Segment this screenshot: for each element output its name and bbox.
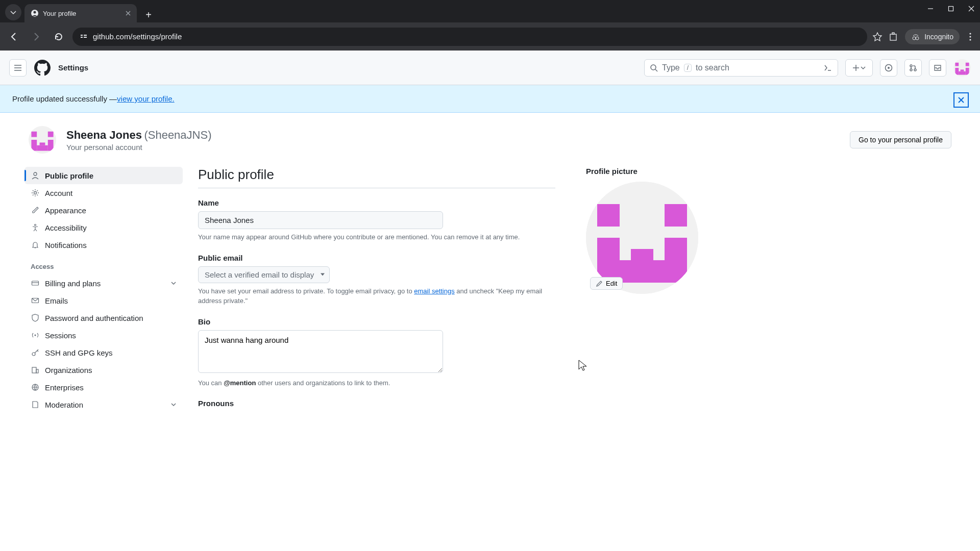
sidebar-item-emails[interactable]: Emails	[24, 292, 183, 309]
sidebar-item-public-profile[interactable]: Public profile	[24, 167, 183, 184]
tab-close-icon[interactable]	[126, 11, 131, 16]
sidebar-item-notifications[interactable]: Notifications	[24, 236, 183, 254]
browser-tab[interactable]: Your profile	[24, 4, 137, 22]
chevron-down-icon	[170, 280, 177, 286]
svg-point-36	[35, 224, 36, 226]
site-info-icon[interactable]	[80, 33, 88, 41]
svg-point-10	[916, 37, 919, 40]
github-logo-icon[interactable]	[34, 59, 51, 77]
page-context-title: Settings	[58, 63, 88, 72]
sidebar-label: Password and authentication	[45, 314, 143, 322]
shield-lock-icon	[31, 313, 40, 322]
sidebar-label: Organizations	[45, 366, 92, 374]
sidebar-item-enterprises[interactable]: Enterprises	[24, 379, 183, 396]
flash-banner: Profile updated successfully — view your…	[0, 85, 980, 113]
sidebar-item-ssh-keys[interactable]: SSH and GPG keys	[24, 344, 183, 361]
window-minimize-icon[interactable]	[926, 4, 935, 13]
svg-rect-33	[40, 142, 45, 145]
app-header: Settings Type / to search	[0, 51, 980, 85]
bio-label: Bio	[198, 317, 555, 326]
sidebar-item-appearance[interactable]: Appearance	[24, 202, 183, 219]
email-select[interactable]: Select a verified email to display	[198, 266, 330, 283]
header-avatar[interactable]	[953, 59, 971, 77]
bio-textarea[interactable]	[198, 330, 443, 373]
nav-reload-button[interactable]	[50, 28, 67, 45]
svg-rect-3	[81, 35, 83, 36]
svg-point-11	[969, 33, 971, 34]
report-icon	[31, 400, 40, 409]
email-help: You have set your email address to priva…	[198, 286, 555, 306]
svg-point-1	[34, 11, 36, 14]
svg-rect-50	[631, 249, 653, 260]
window-close-icon[interactable]	[967, 4, 976, 13]
nav-forward-button[interactable]	[28, 28, 45, 45]
hamburger-button[interactable]	[9, 59, 27, 77]
svg-point-9	[913, 37, 916, 40]
nav-back-button[interactable]	[5, 28, 22, 45]
flash-close-button[interactable]	[953, 92, 969, 108]
window-maximize-icon[interactable]	[946, 4, 955, 13]
profile-picture-section: Profile picture	[586, 167, 739, 551]
issues-button[interactable]	[880, 59, 897, 77]
global-search[interactable]: Type / to search	[644, 59, 838, 77]
identicon-icon	[953, 59, 971, 77]
tab-search-button[interactable]	[5, 4, 21, 20]
sidebar-item-moderation[interactable]: Moderation	[24, 396, 183, 413]
sidebar-item-organizations[interactable]: Organizations	[24, 361, 183, 379]
svg-rect-41	[32, 367, 36, 373]
pencil-icon	[596, 280, 603, 287]
chevron-down-icon	[170, 402, 177, 408]
url-field[interactable]: github.com/settings/profile	[72, 28, 867, 46]
create-new-button[interactable]	[845, 59, 873, 77]
sidebar-label: Enterprises	[45, 383, 84, 392]
edit-picture-button[interactable]: Edit	[590, 277, 623, 290]
account-display-name: Sheena Jones	[66, 129, 142, 141]
account-header: Sheena Jones (SheenaJNS) Your personal a…	[0, 113, 980, 158]
globe-icon	[31, 383, 40, 392]
sidebar-item-sessions[interactable]: Sessions	[24, 327, 183, 344]
field-bio: Bio You can @mention other users and org…	[198, 317, 555, 388]
flash-link[interactable]: view your profile.	[117, 94, 175, 103]
identicon-icon	[29, 126, 56, 154]
tab-favicon-icon	[31, 9, 39, 17]
url-text: github.com/settings/profile	[93, 32, 182, 41]
svg-point-18	[910, 69, 912, 71]
pull-requests-button[interactable]	[904, 59, 922, 77]
name-help: Your name may appear around GitHub where…	[198, 232, 555, 242]
sidebar-label: Sessions	[45, 331, 76, 340]
browser-menu-icon[interactable]	[966, 32, 975, 41]
field-pronouns: Pronouns	[198, 399, 555, 408]
name-input[interactable]	[198, 211, 443, 229]
search-prefix: Type	[662, 63, 680, 72]
svg-point-16	[888, 67, 890, 69]
svg-rect-47	[597, 238, 620, 283]
svg-rect-45	[597, 204, 620, 227]
svg-point-12	[969, 36, 971, 37]
gear-icon	[31, 188, 40, 197]
sidebar-item-accessibility[interactable]: Accessibility	[24, 219, 183, 236]
email-select-placeholder: Select a verified email to display	[205, 270, 314, 279]
new-tab-button[interactable]: +	[141, 7, 156, 22]
extensions-icon[interactable]	[889, 32, 899, 42]
svg-rect-4	[81, 37, 83, 38]
go-to-profile-button[interactable]: Go to your personal profile	[850, 131, 951, 148]
pronouns-label: Pronouns	[198, 399, 555, 408]
sidebar-label: Moderation	[45, 400, 83, 409]
incognito-indicator[interactable]: Incognito	[905, 29, 960, 44]
svg-rect-2	[949, 7, 953, 11]
sidebar-item-account[interactable]: Account	[24, 184, 183, 202]
search-suffix: to search	[696, 63, 729, 72]
incognito-icon	[911, 32, 920, 41]
bookmark-icon[interactable]	[872, 32, 883, 42]
inbox-button[interactable]	[929, 59, 946, 77]
bell-icon	[31, 240, 40, 249]
command-palette-icon[interactable]	[823, 63, 832, 72]
email-settings-link[interactable]: email settings	[414, 287, 454, 295]
sidebar-label: Appearance	[45, 206, 86, 215]
sidebar-group-access: Access	[24, 254, 183, 274]
sidebar-item-password[interactable]: Password and authentication	[24, 309, 183, 327]
svg-rect-42	[36, 369, 38, 373]
window-controls	[926, 4, 976, 13]
sidebar-item-billing[interactable]: Billing and plans	[24, 274, 183, 292]
svg-rect-8	[892, 33, 894, 34]
